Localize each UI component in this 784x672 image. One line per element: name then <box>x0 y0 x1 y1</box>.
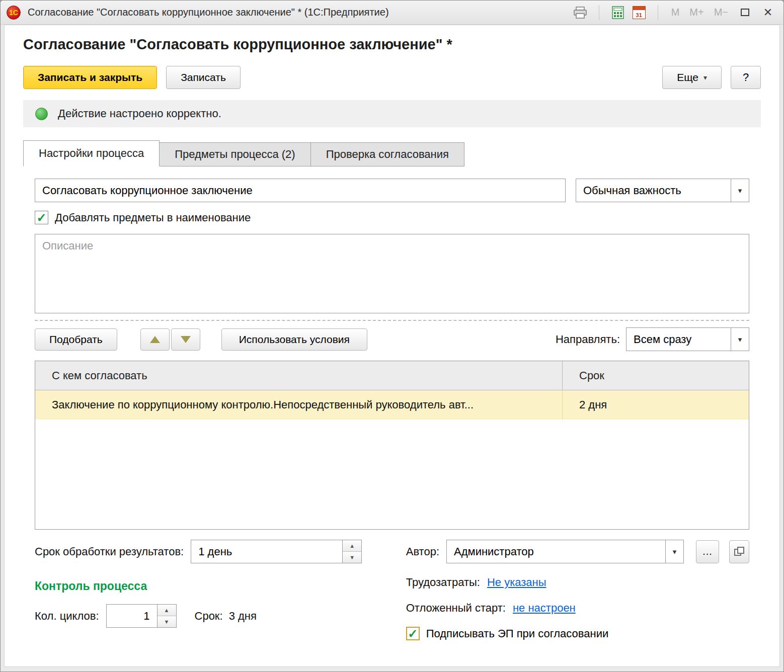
tab-approval-check[interactable]: Проверка согласования <box>310 142 464 166</box>
cycles-label: Кол. циклов: <box>35 610 99 623</box>
use-conditions-button[interactable]: Использовать условия <box>221 328 367 351</box>
process-control-heading: Контроль процесса <box>35 579 406 593</box>
labor-label: Трудозатраты: <box>406 576 480 589</box>
importance-value: Обычная важность <box>576 184 731 197</box>
add-subjects-checkbox[interactable]: ✓ <box>35 211 48 224</box>
tab-process-settings[interactable]: Настройки процесса <box>23 140 160 166</box>
route-label: Направлять: <box>556 333 620 346</box>
titlebar-divider <box>658 5 658 20</box>
author-ellipsis-button[interactable]: ... <box>696 540 719 563</box>
column-header-approver[interactable]: С кем согласовать <box>35 361 563 390</box>
spinner-down-icon[interactable]: ▼ <box>158 616 176 627</box>
open-form-icon <box>734 547 744 557</box>
author-select[interactable]: Администратор ▾ <box>446 540 684 563</box>
chevron-down-icon: ▾ <box>703 73 707 81</box>
author-open-button[interactable] <box>729 540 749 563</box>
pick-button[interactable]: Подобрать <box>35 328 117 351</box>
calculator-icon[interactable] <box>610 5 625 20</box>
tab-process-subjects[interactable]: Предметы процесса (2) <box>159 142 310 166</box>
save-button[interactable]: Записать <box>166 66 241 89</box>
route-value: Всем сразу <box>626 333 731 346</box>
print-icon[interactable] <box>573 5 588 20</box>
save-and-close-button[interactable]: Записать и закрыть <box>23 66 157 89</box>
chevron-down-icon[interactable]: ▾ <box>731 328 749 351</box>
arrow-up-icon <box>150 336 160 343</box>
importance-select[interactable]: Обычная важность ▾ <box>576 179 749 202</box>
tab-panel-process-settings: Обычная важность ▾ ✓ Добавлять предметы … <box>23 166 761 666</box>
status-ok-icon <box>35 108 48 120</box>
sign-ep-label: Подписывать ЭП при согласовании <box>426 627 609 640</box>
arrow-down-icon <box>181 336 191 343</box>
table-row[interactable]: Заключение по коррупционному контролю.Не… <box>35 390 749 419</box>
spinner-up-icon[interactable]: ▲ <box>343 540 361 552</box>
bottom-section: Срок обработки результатов: 1 день ▲ ▼ К… <box>35 540 749 640</box>
cycles-input[interactable]: 1 ▲ ▼ <box>106 604 177 628</box>
author-value: Администратор <box>447 545 665 558</box>
memory-m-button[interactable]: M <box>669 7 682 18</box>
more-button[interactable]: Еще ▾ <box>662 66 722 89</box>
close-button[interactable]: ✕ <box>759 5 776 20</box>
status-text: Действие настроено корректно. <box>58 107 221 120</box>
processing-term-input[interactable]: 1 день ▲ ▼ <box>191 540 362 563</box>
chevron-down-icon[interactable]: ▾ <box>665 540 683 563</box>
title-bar: 1С Согласование "Согласовать коррупционн… <box>1 1 783 25</box>
term-cell[interactable]: 2 дня <box>563 390 749 419</box>
move-up-button[interactable] <box>140 328 170 351</box>
approvers-table: С кем согласовать Срок Заключение по кор… <box>35 361 749 530</box>
table-empty-area[interactable] <box>35 419 749 529</box>
approver-cell[interactable]: Заключение по коррупционному контролю.Не… <box>35 390 563 419</box>
processing-term-value: 1 день <box>191 540 342 563</box>
tab-strip: Настройки процесса Предметы процесса (2)… <box>23 140 761 166</box>
maximize-button[interactable] <box>736 5 753 20</box>
status-bar: Действие настроено корректно. <box>23 100 761 127</box>
spinner-down-icon[interactable]: ▼ <box>343 552 361 563</box>
spinner-up-icon[interactable]: ▲ <box>158 605 176 616</box>
more-label: Еще <box>677 71 698 83</box>
window-title: Согласование "Согласовать коррупционное … <box>28 7 389 18</box>
memory-m-minus-button[interactable]: M− <box>712 7 730 18</box>
approvers-command-bar: Подобрать Использовать условия Направлят… <box>35 327 749 351</box>
column-header-term[interactable]: Срок <box>563 361 749 390</box>
author-label: Автор: <box>406 545 439 558</box>
description-textarea[interactable] <box>35 234 749 313</box>
table-header-row: С кем согласовать Срок <box>35 361 749 390</box>
control-term-label: Срок: <box>195 610 223 623</box>
form-frame: Согласование "Согласовать коррупционное … <box>4 25 780 667</box>
deferred-start-link[interactable]: не настроен <box>513 602 576 615</box>
titlebar-divider <box>599 5 599 20</box>
cycles-value: 1 <box>107 605 157 627</box>
labor-link[interactable]: Не указаны <box>487 576 546 589</box>
route-select[interactable]: Всем сразу ▾ <box>626 327 749 351</box>
app-window: 1С Согласование "Согласовать коррупционн… <box>0 0 784 672</box>
maximize-icon <box>741 9 749 16</box>
help-button[interactable]: ? <box>731 66 761 89</box>
1c-logo-icon: 1С <box>7 6 21 20</box>
page-title: Согласование "Согласовать коррупционное … <box>23 36 761 53</box>
add-subjects-label: Добавлять предметы в наименование <box>55 211 251 224</box>
splitter[interactable] <box>35 320 749 321</box>
form-toolbar: Записать и закрыть Записать Еще ▾ ? <box>23 66 761 89</box>
control-term-value: 3 дня <box>229 610 257 623</box>
calendar-icon[interactable]: 31 <box>632 5 647 20</box>
deferred-start-label: Отложенный старт: <box>406 602 506 615</box>
chevron-down-icon[interactable]: ▾ <box>731 179 749 202</box>
sign-ep-checkbox[interactable]: ✓ <box>406 627 420 640</box>
process-name-input[interactable] <box>35 179 566 202</box>
move-down-button[interactable] <box>171 328 200 351</box>
processing-term-label: Срок обработки результатов: <box>35 545 184 558</box>
memory-m-plus-button[interactable]: M+ <box>687 7 705 18</box>
